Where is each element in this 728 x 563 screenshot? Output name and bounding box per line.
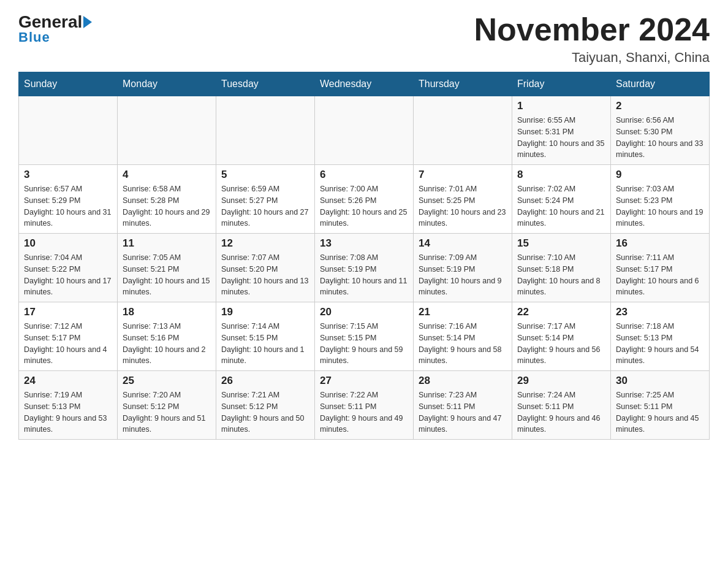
calendar-day: 27Sunrise: 7:22 AMSunset: 5:11 PMDayligh… bbox=[315, 371, 414, 440]
calendar-day: 8Sunrise: 7:02 AMSunset: 5:24 PMDaylight… bbox=[512, 165, 611, 234]
calendar-day bbox=[315, 96, 414, 165]
day-info: Sunrise: 6:58 AMSunset: 5:28 PMDaylight:… bbox=[123, 183, 211, 229]
day-info: Sunrise: 7:13 AMSunset: 5:16 PMDaylight:… bbox=[123, 321, 211, 367]
calendar-day: 5Sunrise: 6:59 AMSunset: 5:27 PMDaylight… bbox=[216, 165, 315, 234]
calendar-day: 16Sunrise: 7:11 AMSunset: 5:17 PMDayligh… bbox=[611, 234, 710, 302]
day-info: Sunrise: 7:05 AMSunset: 5:21 PMDaylight:… bbox=[123, 252, 211, 298]
calendar-day: 17Sunrise: 7:12 AMSunset: 5:17 PMDayligh… bbox=[19, 302, 118, 371]
calendar-day: 14Sunrise: 7:09 AMSunset: 5:19 PMDayligh… bbox=[414, 234, 512, 302]
day-number: 16 bbox=[616, 237, 704, 250]
day-number: 2 bbox=[616, 100, 704, 112]
calendar-day: 30Sunrise: 7:25 AMSunset: 5:11 PMDayligh… bbox=[611, 371, 710, 440]
day-info: Sunrise: 7:19 AMSunset: 5:13 PMDaylight:… bbox=[24, 389, 112, 435]
calendar-day: 26Sunrise: 7:21 AMSunset: 5:12 PMDayligh… bbox=[216, 371, 315, 440]
day-number: 10 bbox=[24, 237, 112, 250]
day-number: 19 bbox=[221, 306, 309, 318]
calendar-day: 28Sunrise: 7:23 AMSunset: 5:11 PMDayligh… bbox=[414, 371, 512, 440]
day-info: Sunrise: 7:11 AMSunset: 5:17 PMDaylight:… bbox=[616, 252, 704, 298]
header-thursday: Thursday bbox=[414, 72, 512, 96]
calendar-day: 1Sunrise: 6:55 AMSunset: 5:31 PMDaylight… bbox=[512, 96, 611, 165]
header-saturday: Saturday bbox=[611, 72, 710, 96]
calendar-day: 18Sunrise: 7:13 AMSunset: 5:16 PMDayligh… bbox=[118, 302, 216, 371]
calendar-header-row: Sunday Monday Tuesday Wednesday Thursday… bbox=[19, 72, 710, 96]
day-info: Sunrise: 7:25 AMSunset: 5:11 PMDaylight:… bbox=[616, 389, 704, 435]
day-info: Sunrise: 7:10 AMSunset: 5:18 PMDaylight:… bbox=[517, 252, 605, 298]
header-wednesday: Wednesday bbox=[315, 72, 414, 96]
calendar-day: 29Sunrise: 7:24 AMSunset: 5:11 PMDayligh… bbox=[512, 371, 611, 440]
day-info: Sunrise: 7:09 AMSunset: 5:19 PMDaylight:… bbox=[419, 252, 507, 298]
day-info: Sunrise: 7:02 AMSunset: 5:24 PMDaylight:… bbox=[517, 183, 605, 229]
calendar-day: 20Sunrise: 7:15 AMSunset: 5:15 PMDayligh… bbox=[315, 302, 414, 371]
day-info: Sunrise: 7:21 AMSunset: 5:12 PMDaylight:… bbox=[221, 389, 309, 435]
day-number: 26 bbox=[221, 375, 309, 387]
calendar-day: 2Sunrise: 6:56 AMSunset: 5:30 PMDaylight… bbox=[611, 96, 710, 165]
calendar-day: 4Sunrise: 6:58 AMSunset: 5:28 PMDaylight… bbox=[118, 165, 216, 234]
calendar-day: 12Sunrise: 7:07 AMSunset: 5:20 PMDayligh… bbox=[216, 234, 315, 302]
day-info: Sunrise: 7:00 AMSunset: 5:26 PMDaylight:… bbox=[320, 183, 408, 229]
header-tuesday: Tuesday bbox=[216, 72, 315, 96]
day-number: 25 bbox=[123, 375, 211, 387]
day-number: 12 bbox=[221, 237, 309, 250]
calendar-week-5: 24Sunrise: 7:19 AMSunset: 5:13 PMDayligh… bbox=[19, 371, 710, 440]
calendar-day: 13Sunrise: 7:08 AMSunset: 5:19 PMDayligh… bbox=[315, 234, 414, 302]
day-number: 21 bbox=[419, 306, 507, 318]
day-number: 9 bbox=[616, 169, 704, 181]
day-number: 7 bbox=[419, 169, 507, 181]
day-number: 4 bbox=[123, 169, 211, 181]
day-number: 11 bbox=[123, 237, 211, 250]
calendar-day: 23Sunrise: 7:18 AMSunset: 5:13 PMDayligh… bbox=[611, 302, 710, 371]
calendar-day: 11Sunrise: 7:05 AMSunset: 5:21 PMDayligh… bbox=[118, 234, 216, 302]
day-info: Sunrise: 7:20 AMSunset: 5:12 PMDaylight:… bbox=[123, 389, 211, 435]
calendar-day: 19Sunrise: 7:14 AMSunset: 5:15 PMDayligh… bbox=[216, 302, 315, 371]
calendar-day: 24Sunrise: 7:19 AMSunset: 5:13 PMDayligh… bbox=[19, 371, 118, 440]
day-number: 15 bbox=[517, 237, 605, 250]
day-number: 6 bbox=[320, 169, 408, 181]
calendar-table: Sunday Monday Tuesday Wednesday Thursday… bbox=[18, 72, 710, 440]
page-header: General Blue November 2024 Taiyuan, Shan… bbox=[18, 12, 710, 66]
day-number: 3 bbox=[24, 169, 112, 181]
day-info: Sunrise: 7:23 AMSunset: 5:11 PMDaylight:… bbox=[419, 389, 507, 435]
day-info: Sunrise: 7:07 AMSunset: 5:20 PMDaylight:… bbox=[221, 252, 309, 298]
day-number: 8 bbox=[517, 169, 605, 181]
day-info: Sunrise: 7:24 AMSunset: 5:11 PMDaylight:… bbox=[517, 389, 605, 435]
logo-blue: Blue bbox=[18, 29, 50, 45]
day-number: 14 bbox=[419, 237, 507, 250]
calendar-week-3: 10Sunrise: 7:04 AMSunset: 5:22 PMDayligh… bbox=[19, 234, 710, 302]
day-info: Sunrise: 6:59 AMSunset: 5:27 PMDaylight:… bbox=[221, 183, 309, 229]
day-number: 27 bbox=[320, 375, 408, 387]
day-info: Sunrise: 6:55 AMSunset: 5:31 PMDaylight:… bbox=[517, 115, 605, 161]
calendar-day: 15Sunrise: 7:10 AMSunset: 5:18 PMDayligh… bbox=[512, 234, 611, 302]
day-info: Sunrise: 6:57 AMSunset: 5:29 PMDaylight:… bbox=[24, 183, 112, 229]
day-info: Sunrise: 7:22 AMSunset: 5:11 PMDaylight:… bbox=[320, 389, 408, 435]
day-info: Sunrise: 7:16 AMSunset: 5:14 PMDaylight:… bbox=[419, 321, 507, 367]
calendar-day bbox=[414, 96, 512, 165]
header-sunday: Sunday bbox=[19, 72, 118, 96]
calendar-week-1: 1Sunrise: 6:55 AMSunset: 5:31 PMDaylight… bbox=[19, 96, 710, 165]
calendar-day: 7Sunrise: 7:01 AMSunset: 5:25 PMDaylight… bbox=[414, 165, 512, 234]
day-info: Sunrise: 7:12 AMSunset: 5:17 PMDaylight:… bbox=[24, 321, 112, 367]
calendar-day: 25Sunrise: 7:20 AMSunset: 5:12 PMDayligh… bbox=[118, 371, 216, 440]
calendar-day: 9Sunrise: 7:03 AMSunset: 5:23 PMDaylight… bbox=[611, 165, 710, 234]
day-number: 29 bbox=[517, 375, 605, 387]
day-number: 22 bbox=[517, 306, 605, 318]
day-number: 28 bbox=[419, 375, 507, 387]
title-area: November 2024 Taiyuan, Shanxi, China bbox=[474, 12, 710, 66]
location-subtitle: Taiyuan, Shanxi, China bbox=[474, 50, 710, 66]
calendar-day: 21Sunrise: 7:16 AMSunset: 5:14 PMDayligh… bbox=[414, 302, 512, 371]
day-info: Sunrise: 7:04 AMSunset: 5:22 PMDaylight:… bbox=[24, 252, 112, 298]
day-info: Sunrise: 7:18 AMSunset: 5:13 PMDaylight:… bbox=[616, 321, 704, 367]
header-monday: Monday bbox=[118, 72, 216, 96]
day-info: Sunrise: 7:03 AMSunset: 5:23 PMDaylight:… bbox=[616, 183, 704, 229]
day-number: 13 bbox=[320, 237, 408, 250]
logo-arrow-icon bbox=[83, 16, 92, 28]
logo: General Blue bbox=[18, 12, 92, 45]
day-number: 20 bbox=[320, 306, 408, 318]
calendar-day: 6Sunrise: 7:00 AMSunset: 5:26 PMDaylight… bbox=[315, 165, 414, 234]
day-info: Sunrise: 7:14 AMSunset: 5:15 PMDaylight:… bbox=[221, 321, 309, 367]
calendar-day bbox=[216, 96, 315, 165]
day-number: 17 bbox=[24, 306, 112, 318]
calendar-day: 22Sunrise: 7:17 AMSunset: 5:14 PMDayligh… bbox=[512, 302, 611, 371]
day-number: 18 bbox=[123, 306, 211, 318]
calendar-day: 10Sunrise: 7:04 AMSunset: 5:22 PMDayligh… bbox=[19, 234, 118, 302]
month-title: November 2024 bbox=[474, 12, 710, 47]
